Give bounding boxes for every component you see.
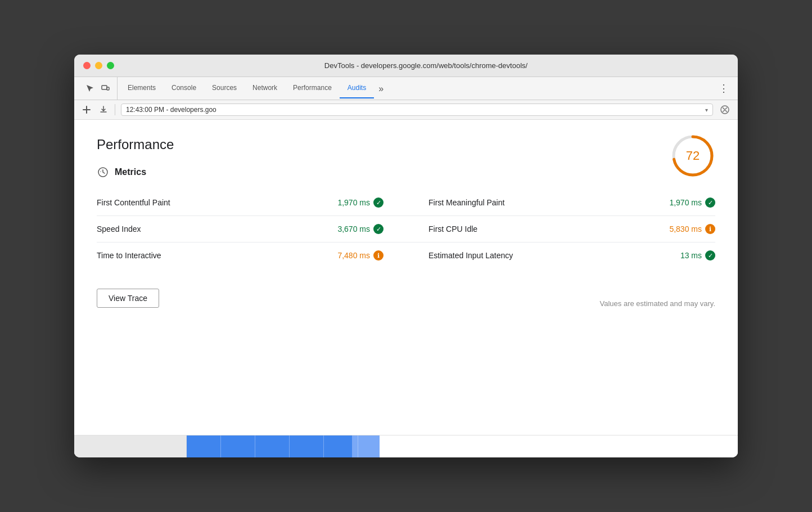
- traffic-lights: [83, 62, 114, 69]
- metrics-column-left: First Contentful Paint 1,970 ms ✓ Speed …: [97, 190, 406, 268]
- devtools-tabs-bar: Elements Console Sources Network Perform…: [74, 77, 738, 100]
- fcp-status-icon: ✓: [373, 197, 384, 208]
- metrics-header: Metrics: [97, 166, 715, 178]
- fmp-label: First Meaningful Paint: [428, 198, 504, 207]
- toolbar: 12:43:00 PM - developers.goo ▾: [74, 100, 738, 120]
- metric-row-si: Speed Index 3,670 ms ✓: [97, 216, 406, 242]
- fci-value-text: 5,830 ms: [669, 224, 702, 233]
- metrics-title: Metrics: [115, 167, 146, 177]
- view-trace-button[interactable]: View Trace: [97, 289, 159, 308]
- fci-value: 5,830 ms ℹ: [669, 224, 715, 234]
- eil-value-text: 13 ms: [680, 251, 702, 260]
- tab-network[interactable]: Network: [245, 78, 285, 98]
- tab-elements[interactable]: Elements: [120, 78, 164, 98]
- fcp-value-text: 1,970 ms: [337, 198, 370, 207]
- filmstrip-ticks: [187, 435, 738, 458]
- audit-url-display[interactable]: 12:43:00 PM - developers.goo ▾: [121, 104, 713, 116]
- minimize-button[interactable]: [95, 62, 102, 69]
- fmp-status-icon: ✓: [705, 197, 715, 208]
- eil-label: Estimated Input Latency: [428, 251, 513, 260]
- fcp-label: First Contentful Paint: [97, 198, 170, 207]
- metric-row-eil: Estimated Input Latency 13 ms ✓: [406, 242, 715, 268]
- fci-status-icon: ℹ: [705, 224, 715, 234]
- more-tabs-button[interactable]: »: [374, 79, 388, 98]
- metric-row-tti: Time to Interactive 7,480 ms ℹ: [97, 242, 406, 268]
- bottom-row: View Trace Values are estimated and may …: [97, 280, 715, 308]
- fci-label: First CPU Idle: [428, 224, 477, 233]
- main-content: 72 Performance Metrics First: [74, 120, 738, 435]
- si-label: Speed Index: [97, 224, 141, 233]
- url-text: 12:43:00 PM - developers.goo: [126, 106, 702, 114]
- tti-value-text: 7,480 ms: [337, 251, 370, 260]
- add-audit-button[interactable]: [81, 104, 92, 115]
- si-value: 3,670 ms ✓: [337, 224, 384, 234]
- eil-status-icon: ✓: [705, 250, 715, 261]
- tab-console[interactable]: Console: [164, 78, 204, 98]
- svg-rect-1: [107, 87, 109, 90]
- si-value-text: 3,670 ms: [337, 224, 370, 233]
- eil-value: 13 ms ✓: [680, 250, 715, 261]
- si-status-icon: ✓: [373, 224, 384, 234]
- window-title: DevTools - developers.google.com/web/too…: [123, 61, 729, 70]
- title-bar: DevTools - developers.google.com/web/too…: [74, 55, 738, 77]
- devtools-window: DevTools - developers.google.com/web/too…: [74, 55, 738, 457]
- filmstrip-thumbnail: [74, 435, 187, 458]
- tab-performance[interactable]: Performance: [285, 78, 340, 98]
- tti-label: Time to Interactive: [97, 251, 161, 260]
- metric-row-fci: First CPU Idle 5,830 ms ℹ: [406, 216, 715, 242]
- devtools-icon-group: [79, 77, 118, 100]
- device-toggle-icon[interactable]: [99, 82, 112, 95]
- cursor-icon[interactable]: [83, 82, 97, 95]
- url-dropdown-icon: ▾: [705, 107, 708, 113]
- metrics-grid: First Contentful Paint 1,970 ms ✓ Speed …: [97, 190, 715, 268]
- close-button[interactable]: [83, 62, 91, 69]
- performance-score-circle: 72: [670, 133, 715, 178]
- filmstrip-bar: [187, 435, 738, 458]
- fmp-value: 1,970 ms ✓: [669, 197, 715, 208]
- footer-filmstrip-strip: [74, 435, 738, 457]
- svg-rect-0: [102, 86, 107, 89]
- section-title: Performance: [97, 137, 715, 152]
- metrics-icon: [97, 166, 109, 178]
- metrics-column-right: First Meaningful Paint 1,970 ms ✓ First …: [406, 190, 715, 268]
- no-throttle-icon[interactable]: [719, 104, 731, 116]
- fmp-value-text: 1,970 ms: [669, 198, 702, 207]
- tab-list: Elements Console Sources Network Perform…: [120, 78, 714, 98]
- metric-row-fmp: First Meaningful Paint 1,970 ms ✓: [406, 190, 715, 216]
- download-button[interactable]: [98, 104, 109, 115]
- metrics-section: Metrics First Contentful Paint 1,970 ms …: [97, 166, 715, 268]
- maximize-button[interactable]: [107, 62, 114, 69]
- tti-value: 7,480 ms ℹ: [337, 250, 384, 261]
- metric-row-fcp: First Contentful Paint 1,970 ms ✓: [97, 190, 406, 216]
- tab-sources[interactable]: Sources: [204, 78, 245, 98]
- values-note: Values are estimated and may vary.: [600, 299, 715, 308]
- tti-status-icon: ℹ: [373, 250, 384, 261]
- tab-audits[interactable]: Audits: [340, 78, 374, 98]
- score-value: 72: [686, 149, 700, 163]
- fcp-value: 1,970 ms ✓: [337, 197, 384, 208]
- toolbar-divider: [115, 104, 115, 115]
- devtools-options-button[interactable]: ⋮: [714, 78, 733, 99]
